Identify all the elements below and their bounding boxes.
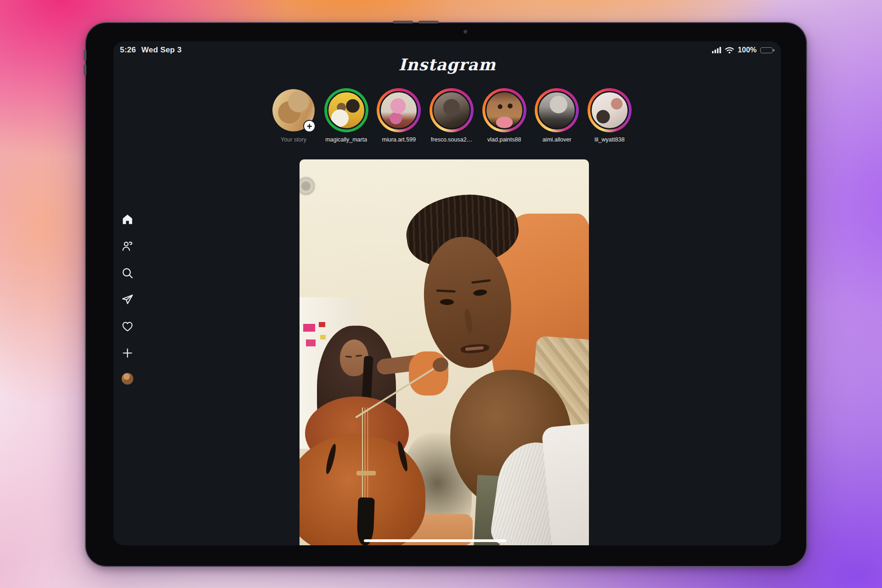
sidebar-item-search[interactable] — [121, 266, 134, 279]
story-lil-wyatt838[interactable]: lil_wyatt838 — [586, 88, 633, 143]
story-ring-close-friends — [324, 88, 368, 132]
front-camera — [464, 30, 468, 34]
sidebar-item-notifications[interactable] — [121, 320, 134, 333]
stories-tray: + Your story magically_marta miura.art.5… — [270, 88, 633, 143]
story-ring: + — [271, 88, 316, 132]
story-username: lil_wyatt838 — [594, 136, 624, 143]
story-avatar — [485, 91, 524, 130]
story-ring — [482, 88, 526, 132]
story-username: Your story — [281, 136, 306, 143]
story-your-story[interactable]: + Your story — [270, 88, 317, 143]
sidebar-item-people[interactable] — [121, 239, 134, 252]
story-ring — [588, 88, 632, 132]
story-avatar — [379, 91, 418, 130]
story-username: fresco.sousa2… — [431, 136, 472, 143]
story-ring — [535, 88, 579, 132]
people-icon — [121, 240, 134, 252]
story-avatar — [327, 91, 366, 130]
instagram-app-screen: 5:26 Wed Sep 3 100% Instagram — [113, 41, 781, 545]
cello-strings — [362, 407, 369, 511]
sidebar-item-messages[interactable] — [121, 293, 134, 306]
story-ring — [377, 88, 421, 132]
story-magically_marta[interactable]: magically_marta — [322, 88, 370, 143]
battery-percent: 100% — [738, 46, 757, 54]
status-bar-right: 100% — [712, 46, 773, 54]
heart-icon — [121, 320, 134, 333]
story-ring — [430, 88, 474, 132]
story-avatar: + — [272, 89, 315, 131]
volume-button — [393, 21, 413, 23]
cello-bridge — [356, 471, 376, 475]
wall-note — [319, 322, 325, 327]
story-avatar — [432, 91, 471, 130]
story-avatar — [537, 91, 576, 130]
status-bar-left: 5:26 Wed Sep 3 — [120, 45, 181, 55]
profile-avatar — [121, 373, 134, 385]
sidebar-item-create[interactable] — [121, 346, 134, 359]
story-username: miura.art.599 — [382, 136, 416, 143]
sidebar-item-profile[interactable] — [121, 372, 134, 385]
date: Wed Sep 3 — [141, 45, 181, 55]
search-icon — [121, 267, 134, 279]
home-indicator[interactable] — [364, 539, 506, 542]
side-button — [84, 64, 86, 75]
battery-icon — [760, 47, 773, 53]
plus-icon — [121, 347, 134, 359]
story-miura-art-599[interactable]: miura.art.599 — [375, 88, 423, 143]
story-username: vlad.paints88 — [487, 136, 521, 143]
story-fresco-sousa2[interactable]: fresco.sousa2… — [428, 88, 475, 143]
paper-plane-icon — [121, 294, 134, 306]
ceiling-light — [300, 176, 316, 196]
tablet-device: 5:26 Wed Sep 3 100% Instagram — [85, 22, 807, 567]
wall-note — [303, 324, 315, 332]
clock: 5:26 — [120, 45, 136, 55]
post-photo[interactable] — [300, 159, 589, 545]
home-icon — [121, 213, 134, 226]
wifi-icon — [725, 47, 734, 54]
story-avatar — [590, 91, 629, 130]
side-button — [84, 50, 86, 61]
wall-note — [320, 335, 326, 339]
sidebar-item-home[interactable] — [121, 213, 134, 226]
story-username: magically_marta — [325, 136, 367, 143]
cellular-signal-icon — [712, 47, 721, 53]
wall-note — [306, 339, 316, 346]
instagram-wordmark: Instagram — [113, 55, 781, 74]
add-story-plus-icon[interactable]: + — [303, 120, 316, 132]
story-vlad-paints88[interactable]: vlad.paints88 — [481, 88, 528, 143]
story-username: aimi.allover — [543, 136, 571, 143]
volume-button — [418, 21, 439, 23]
story-aimi-allover[interactable]: aimi.allover — [533, 88, 581, 143]
